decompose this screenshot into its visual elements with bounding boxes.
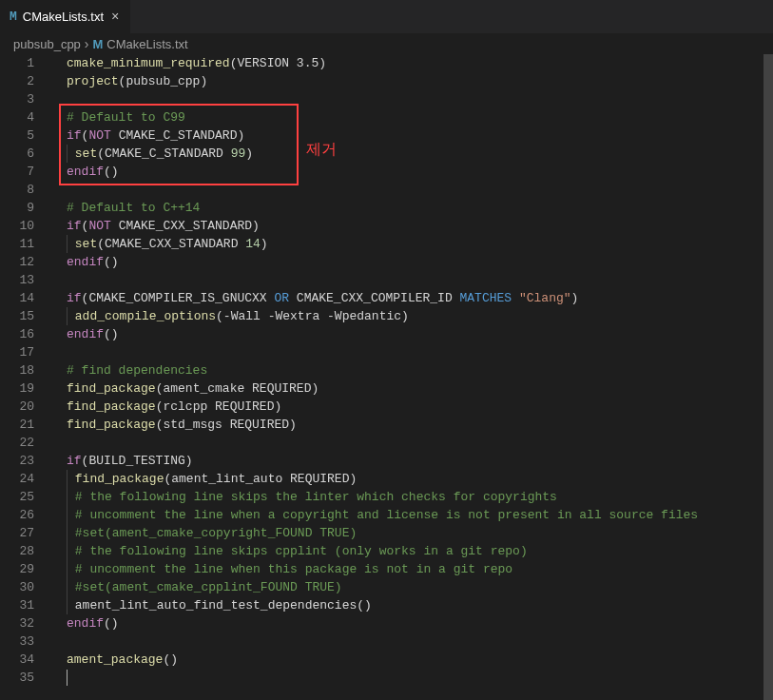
file-icon: M <box>93 37 104 51</box>
breadcrumb-item[interactable]: pubsub_cpp <box>13 37 81 51</box>
file-icon: M <box>10 10 17 24</box>
close-icon[interactable]: × <box>109 10 121 25</box>
scrollbar-thumb[interactable] <box>763 54 773 700</box>
code-text-area[interactable]: cmake_minimum_required(VERSION 3.5) proj… <box>51 54 773 687</box>
text-cursor <box>67 670 68 686</box>
vertical-scrollbar[interactable] <box>760 54 773 700</box>
tab-bar: M CMakeLists.txt × <box>0 0 773 33</box>
chevron-right-icon: › <box>85 36 89 51</box>
tab-cmakelists[interactable]: M CMakeLists.txt × <box>0 0 131 33</box>
breadcrumb-item[interactable]: CMakeLists.txt <box>106 37 187 51</box>
tab-label: CMakeLists.txt <box>23 10 104 24</box>
annotation-label: 제거 <box>306 140 337 160</box>
line-number-gutter: 123 456 789 101112 131415 161718 192021 … <box>0 54 51 687</box>
code-editor[interactable]: 123 456 789 101112 131415 161718 192021 … <box>0 54 773 700</box>
breadcrumb: pubsub_cpp › M CMakeLists.txt <box>0 33 773 54</box>
